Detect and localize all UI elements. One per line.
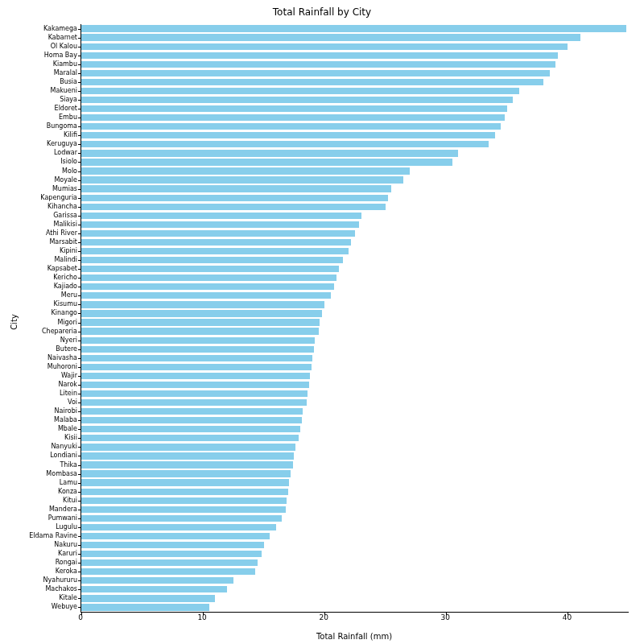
y-tick-label: Kabarnet <box>48 35 77 41</box>
y-tick-label: Nanyuki <box>51 444 77 450</box>
y-tick-label: Machakos <box>45 586 77 592</box>
y-tick-label: Naivasha <box>47 355 77 361</box>
bar <box>81 275 336 281</box>
bar <box>81 489 288 495</box>
y-tick-label: Kajiado <box>54 283 77 290</box>
y-tick-label: Ol Kalou <box>51 43 77 50</box>
y-tick <box>78 153 81 154</box>
y-tick <box>78 483 81 484</box>
x-tick-label: 10 <box>197 613 206 621</box>
y-tick <box>78 465 81 466</box>
y-tick <box>78 332 81 332</box>
bar <box>81 604 209 610</box>
bar <box>81 470 291 477</box>
y-tick <box>78 510 81 510</box>
y-tick <box>78 376 81 377</box>
y-tick <box>78 589 81 590</box>
bar <box>81 533 270 539</box>
y-tick-label: Kapenguria <box>40 195 77 201</box>
bar <box>81 25 626 31</box>
y-tick <box>78 313 81 314</box>
y-tick <box>78 216 81 217</box>
y-tick <box>78 109 81 109</box>
y-tick <box>78 563 81 564</box>
bar <box>81 283 334 290</box>
y-tick-label: Kericho <box>53 275 77 281</box>
bar <box>81 390 308 397</box>
bar <box>81 248 349 254</box>
y-tick-label: Kapsabet <box>47 266 77 272</box>
y-tick <box>78 429 81 430</box>
y-tick <box>78 518 81 519</box>
bar <box>81 497 287 504</box>
y-tick <box>78 545 81 546</box>
bar <box>81 328 319 334</box>
y-tick-label: Athi River <box>46 230 77 237</box>
y-tick-label: Konza <box>58 489 77 495</box>
bar <box>81 319 320 325</box>
y-tick-label: Mbale <box>58 426 77 432</box>
y-tick-label: Kisumu <box>53 301 77 308</box>
bar <box>81 79 543 85</box>
bar <box>81 310 322 316</box>
y-tick <box>78 242 81 243</box>
y-tick <box>78 456 81 456</box>
y-tick-label: Mandera <box>49 506 77 513</box>
y-tick <box>78 394 81 394</box>
y-tick <box>78 260 81 261</box>
y-tick <box>78 580 81 581</box>
y-tick <box>78 225 81 225</box>
y-tick <box>78 233 81 234</box>
bar <box>81 452 294 459</box>
y-tick <box>78 180 81 181</box>
y-tick <box>78 162 81 163</box>
bar <box>81 167 410 174</box>
bar <box>81 221 359 228</box>
y-tick-label: Embu <box>59 114 77 121</box>
bar <box>81 88 519 94</box>
y-tick-label: Thika <box>60 462 77 469</box>
y-tick <box>78 341 81 341</box>
bar <box>81 213 361 219</box>
x-axis-label: Total Rainfall (mm) <box>80 632 628 641</box>
bar <box>81 230 355 237</box>
y-tick-label: Kiambu <box>53 61 77 68</box>
chart-container: Total Rainfall by City City KakamegaKaba… <box>0 0 644 644</box>
y-tick <box>78 287 81 287</box>
y-tick-label: Kinango <box>52 310 77 316</box>
bar <box>81 346 314 353</box>
y-tick-label: Malaba <box>54 417 77 423</box>
y-tick-label: Nyeri <box>60 337 77 344</box>
y-tick <box>78 474 81 475</box>
bar <box>81 355 312 361</box>
bar <box>81 97 513 103</box>
y-tick-label: Maralal <box>54 70 77 76</box>
y-tick-label: Nairobi <box>55 408 77 415</box>
bar <box>81 408 303 415</box>
y-tick <box>78 501 81 502</box>
bar <box>81 266 339 272</box>
bar <box>81 185 391 192</box>
y-tick <box>78 144 81 145</box>
y-tick-label: Makueni <box>51 88 77 94</box>
y-tick <box>78 527 81 528</box>
bar <box>81 141 489 147</box>
bar <box>81 52 558 59</box>
y-tick-label: Eldoret <box>55 105 77 112</box>
bar <box>81 34 580 40</box>
y-tick-label: Malindi <box>54 257 77 263</box>
bars-group <box>81 24 629 612</box>
y-tick-label: Litein <box>60 390 77 397</box>
y-tick-label: Kitui <box>63 497 77 504</box>
bar <box>81 61 555 68</box>
y-tick-label: Lodwar <box>54 150 77 156</box>
bar <box>81 70 550 76</box>
y-tick <box>78 420 81 421</box>
y-tick-label: Keruguya <box>47 141 77 147</box>
bar <box>81 301 324 308</box>
y-tick <box>78 323 81 324</box>
bar <box>81 479 289 485</box>
bar <box>81 586 227 592</box>
bar <box>81 105 507 112</box>
y-tick <box>78 278 81 279</box>
